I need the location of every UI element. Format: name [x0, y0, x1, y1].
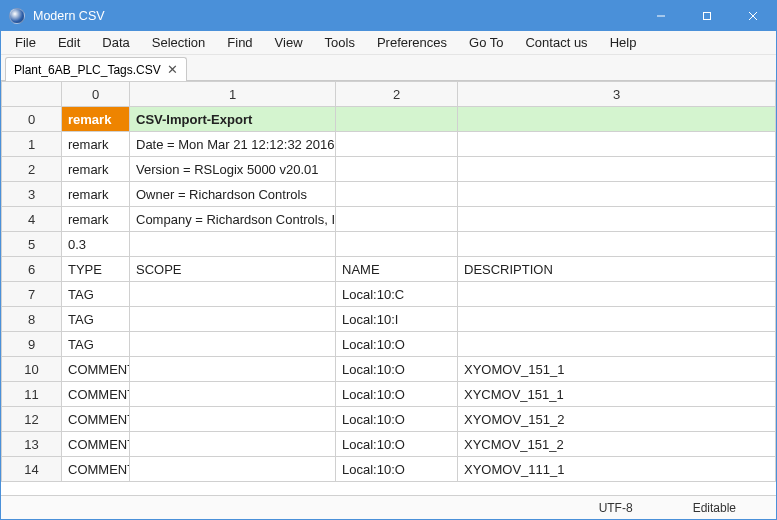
cell[interactable]: TYPE [62, 257, 130, 282]
row-header[interactable]: 4 [2, 207, 62, 232]
cell[interactable] [458, 282, 776, 307]
cell[interactable] [336, 132, 458, 157]
row-header[interactable]: 12 [2, 407, 62, 432]
file-tab[interactable]: Plant_6AB_PLC_Tags.CSV ✕ [5, 57, 187, 81]
cell[interactable]: XYCMOV_151_2 [458, 432, 776, 457]
cell[interactable]: Local:10:O [336, 457, 458, 482]
menu-tools[interactable]: Tools [315, 32, 365, 53]
row-header[interactable]: 5 [2, 232, 62, 257]
menu-selection[interactable]: Selection [142, 32, 215, 53]
cell[interactable]: TAG [62, 307, 130, 332]
cell[interactable] [130, 332, 336, 357]
menu-edit[interactable]: Edit [48, 32, 90, 53]
cell[interactable]: Local:10:C [336, 282, 458, 307]
cell[interactable] [458, 107, 776, 132]
cell[interactable]: Owner = Richardson Controls [130, 182, 336, 207]
cell[interactable] [458, 232, 776, 257]
cell[interactable]: Local:10:O [336, 332, 458, 357]
row-header[interactable]: 2 [2, 157, 62, 182]
row-header[interactable]: 1 [2, 132, 62, 157]
row-header[interactable]: 6 [2, 257, 62, 282]
cell[interactable]: Local:10:O [336, 382, 458, 407]
col-header-3[interactable]: 3 [458, 82, 776, 107]
cell[interactable]: COMMENT [62, 407, 130, 432]
cell[interactable] [130, 432, 336, 457]
cell[interactable] [130, 357, 336, 382]
cell[interactable]: COMMENT [62, 432, 130, 457]
cell[interactable]: COMMENT [62, 457, 130, 482]
menu-data[interactable]: Data [92, 32, 139, 53]
menu-file[interactable]: File [5, 32, 46, 53]
cell[interactable]: TAG [62, 332, 130, 357]
cell[interactable] [130, 232, 336, 257]
cell[interactable]: NAME [336, 257, 458, 282]
row-header[interactable]: 13 [2, 432, 62, 457]
tab-close-icon[interactable]: ✕ [167, 63, 178, 76]
cell[interactable]: remark [62, 132, 130, 157]
close-button[interactable] [730, 1, 776, 31]
cell[interactable] [130, 307, 336, 332]
row-header[interactable]: 10 [2, 357, 62, 382]
row-header[interactable]: 3 [2, 182, 62, 207]
cell[interactable]: remark [62, 157, 130, 182]
cell[interactable] [130, 282, 336, 307]
status-encoding[interactable]: UTF-8 [569, 501, 663, 515]
cell[interactable]: SCOPE [130, 257, 336, 282]
cell[interactable]: remark [62, 207, 130, 232]
cell[interactable]: XYOMOV_151_2 [458, 407, 776, 432]
row-header[interactable]: 14 [2, 457, 62, 482]
row-header[interactable]: 7 [2, 282, 62, 307]
cell[interactable]: Local:10:O [336, 407, 458, 432]
cell[interactable] [336, 232, 458, 257]
col-header-2[interactable]: 2 [336, 82, 458, 107]
cell[interactable]: 0.3 [62, 232, 130, 257]
corner-cell[interactable] [2, 82, 62, 107]
row-header[interactable]: 8 [2, 307, 62, 332]
cell[interactable]: CSV-Import-Export [130, 107, 336, 132]
spreadsheet-grid[interactable]: 0 1 2 3 0remarkCSV-Import-Export1remarkD… [1, 81, 776, 495]
row-header[interactable]: 11 [2, 382, 62, 407]
cell[interactable]: Date = Mon Mar 21 12:12:32 2016 [130, 132, 336, 157]
cell[interactable]: COMMENT [62, 357, 130, 382]
minimize-button[interactable] [638, 1, 684, 31]
row-header[interactable]: 0 [2, 107, 62, 132]
cell[interactable] [336, 107, 458, 132]
cell[interactable] [458, 332, 776, 357]
cell[interactable]: Local:10:O [336, 432, 458, 457]
row-header[interactable]: 9 [2, 332, 62, 357]
cell[interactable]: COMMENT [62, 382, 130, 407]
menu-help[interactable]: Help [600, 32, 647, 53]
cell[interactable]: DESCRIPTION [458, 257, 776, 282]
maximize-button[interactable] [684, 1, 730, 31]
cell[interactable] [458, 132, 776, 157]
cell[interactable] [130, 457, 336, 482]
cell[interactable]: TAG [62, 282, 130, 307]
cell[interactable] [336, 207, 458, 232]
cell[interactable] [458, 307, 776, 332]
cell[interactable]: remark [62, 182, 130, 207]
menu-view[interactable]: View [265, 32, 313, 53]
cell[interactable] [130, 407, 336, 432]
cell[interactable]: Local:10:O [336, 357, 458, 382]
menu-goto[interactable]: Go To [459, 32, 513, 53]
cell[interactable]: Version = RSLogix 5000 v20.01 [130, 157, 336, 182]
cell[interactable]: remark [62, 107, 130, 132]
menu-contact[interactable]: Contact us [515, 32, 597, 53]
cell[interactable]: XYOMOV_151_1 [458, 357, 776, 382]
status-mode[interactable]: Editable [663, 501, 766, 515]
cell[interactable]: XYOMOV_111_1 [458, 457, 776, 482]
cell[interactable] [336, 182, 458, 207]
menu-preferences[interactable]: Preferences [367, 32, 457, 53]
menu-find[interactable]: Find [217, 32, 262, 53]
cell[interactable] [336, 157, 458, 182]
cell[interactable]: Company = Richardson Controls, Inc [130, 207, 336, 232]
col-header-0[interactable]: 0 [62, 82, 130, 107]
cell[interactable] [458, 207, 776, 232]
cell[interactable] [458, 157, 776, 182]
table-row: 2remarkVersion = RSLogix 5000 v20.01 [2, 157, 776, 182]
cell[interactable]: XYCMOV_151_1 [458, 382, 776, 407]
col-header-1[interactable]: 1 [130, 82, 336, 107]
cell[interactable] [130, 382, 336, 407]
cell[interactable] [458, 182, 776, 207]
cell[interactable]: Local:10:I [336, 307, 458, 332]
